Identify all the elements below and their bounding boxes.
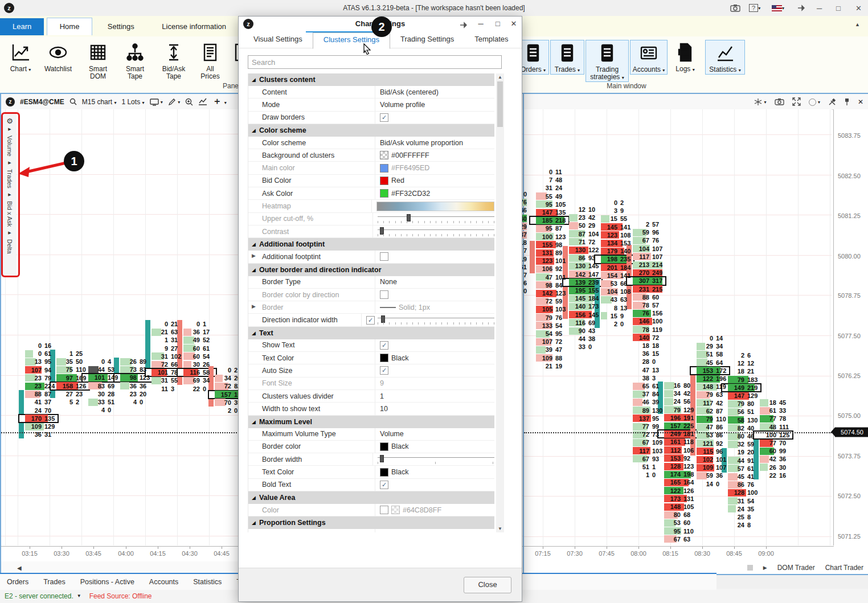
settings-section-maximum-level[interactable]: ◢Maximum Level [248,416,494,428]
lots-select[interactable]: 1 Lots ▾ [121,98,144,106]
tab-visual-settings[interactable]: Visual Settings [243,32,313,48]
dialog-minimize-icon[interactable]: ─ [475,19,486,28]
value-text[interactable]: Bid/Ask volume proportion [380,139,463,147]
color-swatch[interactable] [380,189,388,198]
checkbox[interactable]: ✓ [380,481,388,489]
value-text[interactable]: #00FFFFFF [391,151,429,159]
scrollbar-thumb[interactable] [497,81,503,127]
zoom-icon[interactable] [185,98,193,106]
value-text[interactable]: Bid/Ask (centered) [380,88,439,96]
panel-volume[interactable]: Volume [6,136,13,157]
tab-license[interactable]: License information [149,19,239,34]
value-text[interactable]: Black [391,354,409,362]
settings-section-additional-footptint[interactable]: ◢Additional footptint [248,238,494,251]
server-status-caret-icon[interactable]: ▼ [77,593,81,598]
tab-learn[interactable]: Learn [0,18,44,35]
checkbox[interactable]: ✓ [380,113,388,122]
dialog-close-icon[interactable]: ✕ [508,19,519,28]
bottom-tab-trades[interactable]: Trades [43,578,65,586]
tab-settings[interactable]: Settings [95,19,147,34]
scroll-left-icon[interactable]: ◀ [17,565,22,571]
tab-trading-settings[interactable]: Trading Settings [390,32,464,48]
settings-scrollbar[interactable]: ▲ ▼ [496,73,504,532]
tools-icon[interactable] [828,98,836,106]
panel-delta[interactable]: Delta [6,239,13,254]
ribbon-button-accounts[interactable]: Accounts ▾ [630,40,668,75]
dialog-pin-icon[interactable] [458,19,469,28]
ribbon-button-trading-strategies[interactable]: Trading strategies ▾ [586,40,629,82]
bottom-tab-statistics[interactable]: Statistics [193,578,222,586]
value-text[interactable]: None [380,278,397,286]
bottom-tab-orders[interactable]: Orders [7,578,28,586]
checkbox[interactable] [380,506,388,514]
expand-trades-icon[interactable]: ▶ [8,161,11,165]
value-text[interactable]: Solid; 1px [399,303,430,311]
timeframe-select[interactable]: M15 chart ▾ [82,98,117,106]
heatmap-gradient[interactable] [376,202,494,211]
checkbox[interactable] [380,290,388,299]
value-text[interactable]: Visible region [380,531,423,532]
checkbox[interactable]: ✓ [380,341,388,350]
settings-section-outer-border-and-direction-indicator[interactable]: ◢Outer border and direction indicator [248,264,494,276]
close-button[interactable]: Close [464,577,511,593]
gear-icon[interactable]: ⚙ [6,117,13,125]
tab-templates[interactable]: Templates [464,32,518,48]
scroll-down-icon[interactable]: ▼ [496,526,504,531]
expand-icon[interactable]: ▶ [252,253,256,259]
ribbon-button-smart-dom[interactable]: Smart DOM [81,40,115,80]
symbol-label[interactable]: #ESM4@CME [20,98,64,106]
color-swatch[interactable] [380,442,388,451]
color-swatch[interactable] [380,354,388,362]
settings-section-color-scheme[interactable]: ◢Color scheme [248,124,494,137]
panel-trades[interactable]: Trades [6,169,13,188]
scroll-up-icon[interactable]: ▲ [496,75,504,80]
value-text[interactable]: Red [391,177,404,184]
panel-square-icon[interactable] [747,565,753,571]
slider[interactable] [378,214,494,223]
settings-section-value-area[interactable]: ◢Value Area [248,491,494,504]
value-text[interactable]: Volume [380,430,404,438]
ribbon-button-watchlist[interactable]: Watchlist [38,40,79,73]
checkbox[interactable] [380,252,388,261]
screenshot-icon[interactable] [730,2,740,14]
value-text[interactable]: Black [391,442,409,450]
shape-circle-icon[interactable]: ▾ [809,97,820,105]
close-icon[interactable]: ✕ [855,2,862,14]
close-chart-icon[interactable]: ✕ [858,98,863,106]
value-text[interactable]: 10 [380,405,388,413]
slider[interactable] [378,227,494,236]
ribbon-button-statistics[interactable]: Statistics ▾ [705,40,745,75]
draw-pencil-icon[interactable]: ▾ [168,97,180,106]
help-icon[interactable]: ?▾ [749,2,760,14]
value-text[interactable]: #FF32CD32 [391,190,430,198]
maximize-icon[interactable]: □ [836,2,841,14]
transparent-color-swatch[interactable] [391,506,400,514]
panel-bidxask[interactable]: Bid x Ask [6,201,13,227]
value-text[interactable]: Black [391,468,409,476]
tab-home[interactable]: Home [47,18,93,35]
price-axis[interactable]: 5083.755082.505081.255080.005078.755077.… [833,109,868,545]
ribbon-button-logs[interactable]: LOGLogs ▾ [671,40,699,73]
camera-icon[interactable] [775,98,784,105]
expand-right-icon[interactable]: ▶ [763,565,767,571]
settings-section-proportion-settings[interactable]: ◢Proportion Settings [248,516,494,529]
bottom-tab-accounts[interactable]: Accounts [149,578,178,586]
pin-icon[interactable] [844,98,850,106]
right-chart-area[interactable]: 0117483124554995105147135185218958710012… [524,109,832,545]
checkbox[interactable]: ✓ [380,366,388,375]
minimize-icon[interactable]: ─ [817,2,822,14]
color-swatch[interactable] [380,468,388,477]
indicator-icon[interactable] [198,98,207,105]
ribbon-button-trades[interactable]: Trades ▾ [550,40,584,75]
add-icon[interactable]: ＋ ▾ [212,96,226,108]
value-text[interactable]: #FF6495ED [391,164,429,172]
slider[interactable] [378,455,494,464]
tab-chart-trader[interactable]: Chart Trader [825,564,863,572]
settings-section-clusters-content[interactable]: ◢Clusters content [248,73,494,86]
monitor-icon[interactable]: ▾ [150,97,163,105]
value-text[interactable]: #64C8D8FF [403,506,441,514]
ribbon-button-bid-ask-tape[interactable]: Bid/Ask Tape [155,40,193,80]
value-text[interactable]: Volume profile [380,101,425,109]
color-swatch[interactable] [380,164,388,173]
value-text[interactable]: 1 [380,392,384,400]
